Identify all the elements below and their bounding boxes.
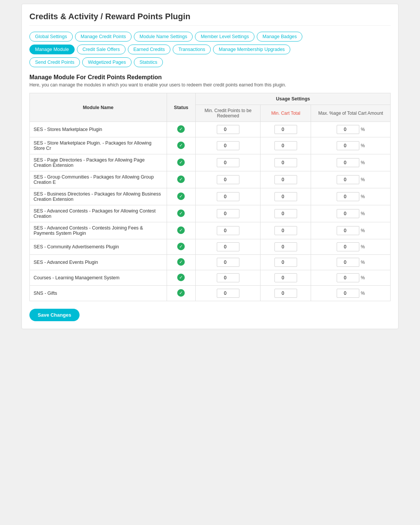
th-usage-settings: Usage Settings — [196, 93, 391, 105]
min-credits-input[interactable] — [217, 158, 239, 167]
max-pct-cell: % — [311, 255, 391, 270]
module-name-cell: SES - Store Marketplace Plugin. - Packag… — [30, 137, 167, 154]
min-cart-input[interactable] — [274, 209, 297, 218]
tab-manage-module[interactable]: Manage Module — [29, 45, 75, 54]
status-check-icon — [177, 289, 185, 297]
min-cart-cell — [261, 122, 311, 137]
max-pct-cell: % — [311, 171, 391, 188]
section-title: Manage Module For Credit Points Redempti… — [29, 74, 391, 81]
min-cart-cell — [261, 137, 311, 154]
tab-earned-credits[interactable]: Earned Credits — [128, 45, 170, 54]
min-credits-cell — [196, 222, 261, 239]
table-row: SES - Community Advertisements Plugin% — [30, 239, 391, 255]
min-credits-cell — [196, 171, 261, 188]
max-pct-input[interactable] — [337, 209, 359, 218]
status-cell — [167, 286, 196, 301]
min-credits-input[interactable] — [217, 175, 239, 184]
max-pct-cell: % — [311, 239, 391, 255]
th-status: Status — [167, 93, 196, 122]
table-row: Courses - Learning Management System% — [30, 270, 391, 286]
table-row: SES - Advanced Contests - Packages for A… — [30, 205, 391, 222]
status-check-icon — [177, 125, 185, 133]
max-pct-input[interactable] — [337, 175, 359, 184]
max-pct-cell: % — [311, 286, 391, 301]
max-pct-input[interactable] — [337, 273, 359, 282]
min-cart-input[interactable] — [274, 175, 297, 184]
section-description: Here, you can manage the modules in whic… — [29, 82, 391, 88]
module-name-cell: SES - Group Communities - Packages for A… — [30, 171, 167, 188]
min-credits-input[interactable] — [217, 141, 239, 150]
max-pct-input[interactable] — [337, 226, 359, 235]
save-section: Save Changes — [29, 301, 391, 321]
min-cart-cell — [261, 171, 311, 188]
max-pct-input[interactable] — [337, 141, 359, 150]
min-credits-input[interactable] — [217, 258, 239, 267]
module-name-cell: SES - Community Advertisements Plugin — [30, 239, 167, 255]
min-credits-input[interactable] — [217, 242, 239, 251]
tab-manage-membership-upgrades[interactable]: Manage Membership Upgrades — [213, 45, 290, 54]
min-cart-cell — [261, 205, 311, 222]
min-cart-input[interactable] — [274, 192, 297, 201]
tab-widgetized-pages[interactable]: Widgetized Pages — [82, 57, 132, 67]
min-cart-input[interactable] — [274, 273, 297, 282]
min-cart-cell — [261, 154, 311, 171]
max-pct-cell: % — [311, 222, 391, 239]
save-changes-button[interactable]: Save Changes — [29, 309, 80, 321]
module-name-cell: SNS - Gifts — [30, 286, 167, 301]
tab-module-name-settings[interactable]: Module Name Settings — [134, 32, 193, 42]
min-cart-input[interactable] — [274, 226, 297, 235]
min-cart-input[interactable] — [274, 289, 297, 298]
min-credits-cell — [196, 239, 261, 255]
min-credits-cell — [196, 255, 261, 270]
status-check-icon — [177, 258, 185, 266]
tab-transactions[interactable]: Transactions — [173, 45, 211, 54]
max-pct-input[interactable] — [337, 242, 359, 251]
status-cell — [167, 222, 196, 239]
min-credits-input[interactable] — [217, 192, 239, 201]
tab-statstics[interactable]: Statstics — [134, 57, 163, 67]
min-credits-input[interactable] — [217, 226, 239, 235]
tab-send-credit-points[interactable]: Send Credit Points — [29, 57, 80, 67]
tab-manage-credit-points[interactable]: Manage Credit Points — [75, 32, 132, 42]
status-cell — [167, 171, 196, 188]
min-credits-input[interactable] — [217, 273, 239, 282]
min-credits-input[interactable] — [217, 209, 239, 218]
max-pct-input[interactable] — [337, 258, 359, 267]
tab-member-level-settings[interactable]: Member Level Settings — [195, 32, 254, 42]
th-module-name: Module Name — [30, 93, 167, 122]
table-row: SES - Stores Marketplace Plugin% — [30, 122, 391, 137]
min-cart-input[interactable] — [274, 158, 297, 167]
module-name-cell: SES - Stores Marketplace Plugin — [30, 122, 167, 137]
min-credits-input[interactable] — [217, 125, 239, 134]
tab-credit-sale-offers[interactable]: Credit Sale Offers — [77, 45, 126, 54]
module-name-cell: Courses - Learning Management System — [30, 270, 167, 286]
min-cart-input[interactable] — [274, 141, 297, 150]
module-name-cell: SES - Advanced Contests - Packages for A… — [30, 205, 167, 222]
tab-manage-badges[interactable]: Manage Badges — [257, 32, 302, 42]
min-cart-cell — [261, 239, 311, 255]
max-pct-input[interactable] — [337, 192, 359, 201]
max-pct-input[interactable] — [337, 289, 359, 298]
max-pct-cell: % — [311, 188, 391, 205]
min-credits-cell — [196, 205, 261, 222]
status-cell — [167, 154, 196, 171]
max-pct-input[interactable] — [337, 158, 359, 167]
status-cell — [167, 188, 196, 205]
percent-label: % — [361, 244, 365, 249]
status-check-icon — [177, 192, 185, 200]
status-cell — [167, 255, 196, 270]
min-credits-input[interactable] — [217, 289, 239, 298]
status-cell — [167, 122, 196, 137]
min-credits-cell — [196, 154, 261, 171]
percent-label: % — [361, 194, 365, 199]
min-cart-input[interactable] — [274, 242, 297, 251]
status-check-icon — [177, 209, 185, 217]
status-check-icon — [177, 159, 185, 166]
table-row: SES - Page Directories - Packages for Al… — [30, 154, 391, 171]
min-cart-cell — [261, 188, 311, 205]
min-cart-input[interactable] — [274, 258, 297, 267]
max-pct-input[interactable] — [337, 125, 359, 134]
tab-global-settings[interactable]: Global Settings — [29, 32, 73, 42]
min-cart-input[interactable] — [274, 125, 297, 134]
max-pct-cell: % — [311, 270, 391, 286]
